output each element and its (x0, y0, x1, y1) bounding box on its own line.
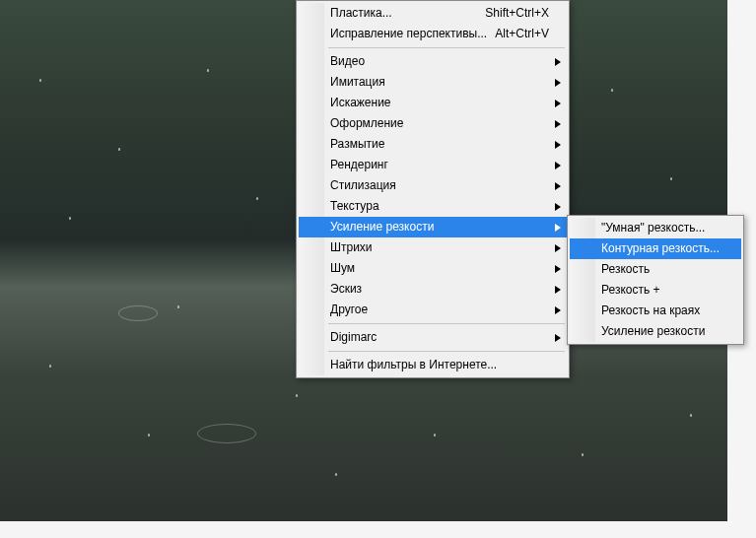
menu-separator (299, 320, 567, 327)
menu-item[interactable]: Искажение (299, 93, 567, 113)
menu-separator (299, 44, 567, 51)
chevron-right-icon (555, 265, 561, 273)
menu-item[interactable]: Эскиз (299, 279, 567, 300)
chevron-right-icon (555, 162, 561, 169)
menu-item[interactable]: Текстура (299, 196, 567, 217)
submenu-item[interactable]: Резкость на краях (570, 301, 741, 321)
menu-item-label: Пластика... (330, 6, 392, 20)
chevron-right-icon (555, 334, 561, 342)
menu-item-label: Стилизация (330, 178, 396, 192)
menu-item-label: Другое (330, 303, 368, 316)
chevron-right-icon (555, 244, 561, 252)
menu-item[interactable]: Digimarc (299, 327, 567, 348)
submenu-item[interactable]: "Умная" резкость... (570, 218, 741, 238)
chevron-right-icon (555, 286, 561, 294)
menu-item-label: Видео (330, 54, 365, 68)
menu-item[interactable]: Стилизация (299, 175, 567, 196)
menu-item[interactable]: Найти фильтры в Интернете... (299, 355, 567, 375)
menu-item-label: Рендеринг (330, 158, 388, 171)
menu-item[interactable]: Пластика...Shift+Ctrl+X (299, 3, 567, 24)
menu-shortcut: Alt+Ctrl+V (495, 24, 549, 44)
menu-item-label: Эскиз (330, 282, 362, 296)
menu-item-label: Штрихи (330, 240, 373, 254)
menu-item-label: Шум (330, 261, 355, 275)
chevron-right-icon (555, 79, 561, 87)
menu-item[interactable]: Оформление (299, 113, 567, 134)
submenu-item-label: Усиление резкости (601, 324, 705, 338)
submenu-item-label: Резкость + (601, 283, 660, 297)
submenu-item-label: "Умная" резкость... (601, 221, 705, 235)
menu-item-label: Текстура (330, 199, 379, 213)
submenu-item[interactable]: Резкость (570, 259, 741, 280)
menu-separator (299, 348, 567, 355)
menu-item[interactable]: Штрихи (299, 237, 567, 258)
chevron-right-icon (555, 203, 561, 211)
chevron-right-icon (555, 100, 561, 107)
menu-item[interactable]: Усиление резкости (299, 217, 567, 237)
submenu-item[interactable]: Резкость + (570, 280, 741, 301)
submenu-item-label: Контурная резкость... (601, 241, 720, 255)
submenu-item[interactable]: Усиление резкости (570, 321, 741, 342)
chevron-right-icon (555, 120, 561, 128)
menu-item[interactable]: Другое (299, 300, 567, 320)
menu-item-label: Исправление перспективы... (330, 27, 487, 40)
menu-item[interactable]: Видео (299, 51, 567, 72)
menu-item-label: Digimarc (330, 330, 377, 344)
menu-item[interactable]: Исправление перспективы...Alt+Ctrl+V (299, 24, 567, 44)
menu-item[interactable]: Имитация (299, 72, 567, 93)
menu-item[interactable]: Шум (299, 258, 567, 279)
submenu-item-label: Резкость (601, 262, 650, 276)
chevron-right-icon (555, 182, 561, 190)
menu-item-label: Усиление резкости (330, 220, 434, 234)
menu-shortcut: Shift+Ctrl+X (485, 3, 549, 24)
chevron-right-icon (555, 224, 561, 232)
menu-item-label: Имитация (330, 75, 385, 89)
filter-menu: Пластика...Shift+Ctrl+XИсправление персп… (296, 0, 570, 378)
submenu-item-label: Резкость на краях (601, 303, 700, 317)
menu-item-label: Оформление (330, 116, 403, 130)
menu-item[interactable]: Рендеринг (299, 155, 567, 175)
chevron-right-icon (555, 306, 561, 314)
sharpen-submenu: "Умная" резкость...Контурная резкость...… (567, 215, 744, 345)
menu-item-label: Найти фильтры в Интернете... (330, 358, 497, 371)
menu-item-label: Искажение (330, 96, 391, 109)
chevron-right-icon (555, 141, 561, 149)
submenu-item[interactable]: Контурная резкость... (570, 238, 741, 259)
menu-item-label: Размытие (330, 137, 384, 151)
menu-item[interactable]: Размытие (299, 134, 567, 155)
chevron-right-icon (555, 58, 561, 66)
